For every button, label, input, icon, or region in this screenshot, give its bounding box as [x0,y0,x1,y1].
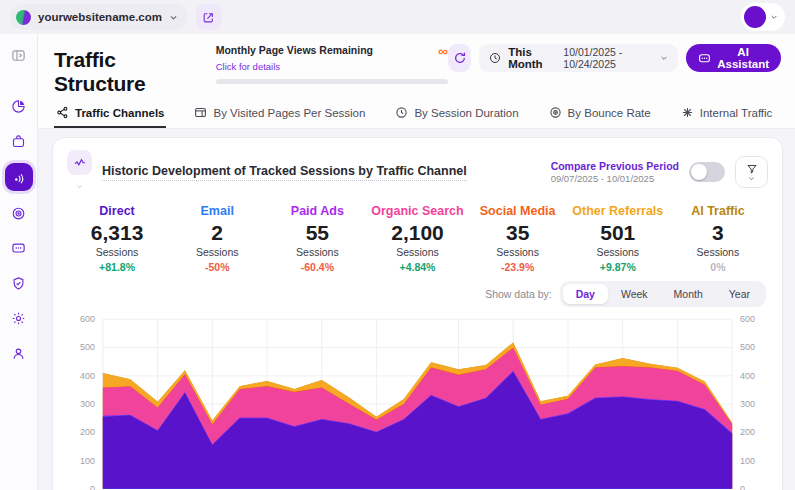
chat-icon [698,52,711,65]
stat-change: -50% [167,261,267,273]
stat-organic-search[interactable]: Organic Search2,100Sessions+4.84% [367,204,467,273]
quota-progressbar [216,79,448,84]
stat-label: Social Media [468,204,568,218]
period-range: 10/01/2025 - 10/24/2025 [563,46,653,70]
stat-label: AI Traffic [668,204,768,218]
stat-email[interactable]: Email2Sessions-50% [167,204,267,273]
stat-social-media[interactable]: Social Media35Sessions-23.9% [468,204,568,273]
stat-change: 0% [668,261,768,273]
sidebar-item-goals[interactable] [6,200,32,226]
stat-change: -23.9% [468,261,568,273]
sidebar-item-settings[interactable] [6,305,32,331]
traffic-card: Historic Development of Tracked Sessions… [52,137,783,490]
traffic-chart[interactable]: 0010010020020030030040040050050060060010… [67,311,768,490]
compare-label: Compare Previous Period [551,160,679,172]
user-menu[interactable] [741,3,785,31]
stat-unit: Sessions [568,246,668,258]
quota-widget: Monthly Page Views Remaining Click for d… [216,44,448,84]
quota-details-link[interactable]: Click for details [216,61,280,72]
sidebar-item-business[interactable] [6,128,32,154]
stat-ai-traffic[interactable]: AI Traffic3Sessions0% [668,204,768,273]
stat-unit: Sessions [67,246,167,258]
stat-change: +81.8% [67,261,167,273]
website-selector[interactable]: yourwebsitename.com [10,4,188,30]
tab-by-bounce-rate[interactable]: By Bounce Rate [547,98,653,128]
stat-paid-ads[interactable]: Paid Ads55Sessions-60.4% [267,204,367,273]
granularity-month[interactable]: Month [661,284,716,304]
tab-traffic-channels[interactable]: Traffic Channels [54,98,166,128]
stat-unit: Sessions [367,246,467,258]
stat-unit: Sessions [267,246,367,258]
granularity-day[interactable]: Day [563,284,608,304]
sidebar-item-collapse-sidebar[interactable] [6,42,32,68]
stats-row: Direct6,313Sessions+81.8%Email2Sessions-… [67,194,768,275]
sidebar-item-account[interactable] [6,340,32,366]
stat-value: 55 [267,221,367,245]
y-tick-label: 300 [740,399,755,409]
infinity-icon: ∞ [438,44,448,58]
gear-icon [11,311,26,326]
clock-icon [395,106,408,119]
stat-label: Paid Ads [267,204,367,218]
tab-internal-traffic[interactable]: Internal Traffic [679,98,775,128]
stat-unit: Sessions [668,246,768,258]
tab-label: Traffic Channels [75,107,164,119]
sidebar-item-traffic[interactable] [5,163,33,191]
tab-by-session-duration[interactable]: By Session Duration [393,98,520,128]
y-tick-label: 500 [740,342,755,352]
sidebar-item-analytics[interactable] [6,93,32,119]
funnel-icon [746,163,758,175]
tab-bar: Traffic ChannelsBy Visited Pages Per Ses… [38,98,795,129]
y-tick-label: 400 [80,371,95,381]
tab-by-visited-pages-per-session[interactable]: By Visited Pages Per Session [192,98,367,128]
tab-label: By Session Duration [414,107,518,119]
refresh-button[interactable] [448,44,471,72]
stat-label: Email [167,204,267,218]
stat-value: 3 [668,221,768,245]
stat-value: 35 [468,221,568,245]
y-tick-label: 600 [740,314,755,324]
tab-label: By Visited Pages Per Session [213,107,365,119]
stat-change: -60.4% [267,261,367,273]
y-tick-label: 400 [740,371,755,381]
y-tick-label: 100 [80,456,95,466]
show-data-by-label: Show data by: [485,288,552,300]
page-title: Traffic Structure [54,48,190,96]
topbar: yourwebsitename.com [0,0,795,34]
chevron-down-icon [660,54,668,62]
signal-icon [11,170,26,185]
stat-unit: Sessions [468,246,568,258]
stat-direct[interactable]: Direct6,313Sessions+81.8% [67,204,167,273]
y-tick-label: 0 [90,484,95,490]
granularity-switch: DayWeekMonthYear [560,281,766,307]
chevron-down-icon [169,13,178,22]
y-tick-label: 200 [740,427,755,437]
y-tick-label: 500 [80,342,95,352]
y-tick-label: 200 [80,427,95,437]
chevron-down-icon[interactable] [76,176,83,194]
y-tick-label: 600 [80,314,95,324]
granularity-year[interactable]: Year [716,284,763,304]
open-website-button[interactable] [196,4,222,30]
granularity-week[interactable]: Week [608,284,661,304]
site-favicon-icon [16,10,31,25]
stat-label: Direct [67,204,167,218]
sidebar-item-privacy[interactable] [6,270,32,296]
stat-value: 2,100 [367,221,467,245]
sidebar-item-feedback[interactable] [6,235,32,261]
asterisk-icon [681,106,694,119]
compare-range: 09/07/2025 - 10/01/2025 [551,173,679,184]
radar-icon [11,206,26,221]
website-name: yourwebsitename.com [38,11,162,23]
compare-toggle[interactable] [689,162,725,182]
clock-icon [489,52,501,64]
content-area: Historic Development of Tracked Sessions… [38,129,795,490]
filter-button[interactable] [735,156,768,188]
date-range-picker[interactable]: This Month 10/01/2025 - 10/24/2025 [479,44,678,72]
target-icon [549,106,562,119]
y-tick-label: 100 [740,456,755,466]
stat-value: 6,313 [67,221,167,245]
ai-assistant-button[interactable]: AI Assistant [686,44,781,72]
y-tick-label: 300 [80,399,95,409]
stat-other-referrals[interactable]: Other Referrals501Sessions+9.87% [568,204,668,273]
